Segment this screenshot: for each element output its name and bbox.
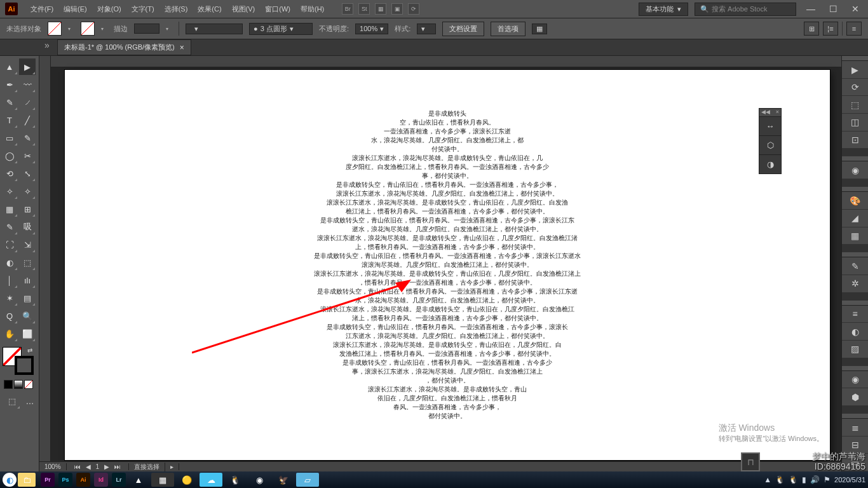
tool[interactable]: ılı	[19, 272, 36, 288]
tool[interactable]: ⟲	[1, 165, 18, 182]
stroke-color[interactable]	[15, 356, 34, 375]
taskbar-adobe-icon[interactable]: Lr	[112, 473, 126, 487]
panel-menu-icon[interactable]: »	[44, 40, 50, 50]
transparency-panel-icon[interactable]: ▨	[842, 341, 868, 358]
tool[interactable]: ✧	[1, 183, 18, 200]
tool[interactable]: ✧	[19, 183, 36, 200]
prev-icon[interactable]: ◀	[83, 463, 93, 470]
symbols-panel-icon[interactable]: ✲	[842, 275, 868, 293]
tool[interactable]: ⛶	[1, 236, 18, 253]
artboards-panel-icon[interactable]: ◫	[842, 114, 868, 132]
float-panel-icon[interactable]: ◑	[759, 154, 781, 173]
tray-wifi-icon[interactable]: ▮	[802, 475, 806, 484]
floating-panel[interactable]: ◀◀× ↔⬡◑	[759, 108, 782, 174]
artboard-nav[interactable]: ⏮◀ 1 ▶⏭	[67, 463, 130, 470]
tool[interactable]: 吸	[19, 219, 36, 235]
gradient-panel-icon[interactable]: ◐	[842, 323, 868, 341]
menu-item[interactable]: 文字(T)	[126, 4, 159, 14]
document-setup-button[interactable]: 文档设置	[442, 22, 484, 36]
close-button[interactable]: ✕	[848, 4, 863, 14]
brushes-panel-icon[interactable]: ✎	[842, 257, 868, 275]
tool[interactable]: 〰	[19, 76, 36, 93]
tray-date[interactable]: 2020/5/31	[834, 476, 865, 484]
taskbar-app-icon[interactable]: ▦	[151, 473, 174, 487]
workspace-switcher[interactable]: 基本功能▾	[639, 3, 688, 16]
menubar-icon[interactable]: St	[358, 3, 370, 15]
taskbar-explorer-icon[interactable]: 🗀	[18, 473, 36, 487]
variable-width-profile[interactable]: ▾	[186, 24, 243, 34]
float-panel-icon[interactable]: ↔	[759, 116, 781, 135]
color-guide-icon[interactable]: ◢	[842, 210, 868, 227]
menu-item[interactable]: 窗口(W)	[260, 4, 295, 14]
align-to[interactable]: ▦	[532, 24, 547, 34]
brush-definition[interactable]: ● 3 点圆形 ▾	[249, 23, 313, 35]
tool[interactable]: ✎	[1, 94, 18, 111]
color-panel-icon[interactable]: 🎨	[842, 192, 868, 210]
asset-panel-icon[interactable]: ⊡	[842, 132, 868, 149]
taskbar-adobe-icon[interactable]: Ai	[76, 473, 90, 487]
tool[interactable]: ✋	[1, 325, 18, 342]
tool[interactable]: ▦	[1, 201, 18, 217]
libraries-panel-icon[interactable]: ⬚	[842, 96, 868, 114]
transform-panel-icon[interactable]: ⊞	[804, 22, 819, 36]
tray-up-icon[interactable]: ▲	[764, 475, 771, 484]
taskbar-app-icon[interactable]: ▲	[127, 473, 150, 487]
menu-item[interactable]: 文件(F)	[25, 4, 58, 14]
graphic-styles-panel-icon[interactable]: ⬢	[842, 388, 868, 406]
float-panel-icon[interactable]: ⬡	[759, 135, 781, 154]
maximize-button[interactable]: ☐	[825, 4, 841, 14]
stroke-width-input[interactable]	[134, 24, 159, 34]
draw-mode-icon[interactable]: …	[22, 393, 38, 409]
tool[interactable]: ◯	[1, 147, 18, 164]
panel-close-icon[interactable]: ×	[776, 109, 779, 116]
tool[interactable]: Q	[1, 308, 18, 324]
tool[interactable]: ▭	[1, 130, 18, 146]
tool[interactable]: ⟋	[19, 94, 36, 111]
ruler-horizontal[interactable]	[51, 56, 841, 67]
tool[interactable]: ✎	[1, 219, 18, 235]
tool[interactable]: ⤡	[19, 165, 36, 182]
last-icon[interactable]: ⏭	[112, 463, 123, 470]
tray-qq-icon[interactable]: 🐧	[775, 475, 785, 484]
first-icon[interactable]: ⏮	[72, 463, 83, 470]
color-mode-icon[interactable]	[4, 380, 13, 389]
tool[interactable]: ▶	[19, 58, 36, 75]
taskbar-adobe-icon[interactable]: Id	[94, 473, 108, 487]
gradient-mode-icon[interactable]	[14, 380, 23, 389]
taskbar-browser-icon[interactable]: ◐	[3, 473, 17, 487]
tool[interactable]: T	[1, 112, 18, 128]
taskbar-chrome-icon[interactable]: ◉	[248, 473, 271, 487]
canvas[interactable]: 是非成败转头空，青山依旧在，惯看秋月春风。一壶浊酒喜相逢，古今多少事，滚滚长江东…	[39, 56, 841, 471]
area-type-object[interactable]: 是非成败转头空，青山依旧在，惯看秋月春风。一壶浊酒喜相逢，古今多少事，滚滚长江东…	[276, 109, 619, 421]
swap-fill-stroke-icon[interactable]: ⇄	[27, 347, 32, 354]
fill-stroke-control[interactable]: ⇄	[3, 347, 36, 375]
menubar-icon[interactable]: ⟳	[408, 3, 419, 15]
layers2-panel-icon[interactable]: ≣	[842, 419, 868, 437]
none-mode-icon[interactable]	[24, 380, 33, 389]
menu-item[interactable]: 效果(C)	[193, 4, 226, 14]
tray-qq-icon[interactable]: 🐧	[789, 475, 798, 484]
tool[interactable]: ⬚	[19, 254, 36, 271]
fill-swatch[interactable]	[48, 22, 62, 36]
tool[interactable]: ╱	[19, 112, 36, 128]
appearance-panel-icon[interactable]: ◉	[842, 371, 868, 389]
ruler-vertical[interactable]	[39, 56, 51, 461]
taskbar-app-icon[interactable]: ▱	[296, 473, 319, 487]
menubar-icon[interactable]: ▦	[375, 3, 386, 15]
tool[interactable]: ✶	[1, 290, 18, 306]
layers-panel-icon[interactable]: ⟳	[842, 79, 868, 97]
graphic-style[interactable]: ▾	[417, 24, 436, 34]
opacity-input[interactable]: 100%▾	[355, 24, 388, 34]
tool[interactable]: ✎	[19, 130, 36, 146]
stroke-panel-icon[interactable]: ≡	[842, 306, 868, 323]
taskbar-app-icon[interactable]: 🟡	[175, 473, 198, 487]
taskbar-adobe-icon[interactable]: Ps	[58, 473, 72, 487]
tool[interactable]: ▤	[19, 290, 36, 306]
menu-item[interactable]: 选择(S)	[159, 4, 193, 14]
stock-search[interactable]: 🔍 搜索 Adobe Stock	[695, 3, 796, 16]
tool[interactable]: ◐	[1, 254, 18, 271]
tool[interactable]: ⬜	[19, 325, 36, 342]
taskbar-qq-icon[interactable]: 🐧	[224, 473, 247, 487]
tool[interactable]: ✂	[19, 147, 36, 164]
next-icon[interactable]: ▶	[102, 463, 112, 470]
